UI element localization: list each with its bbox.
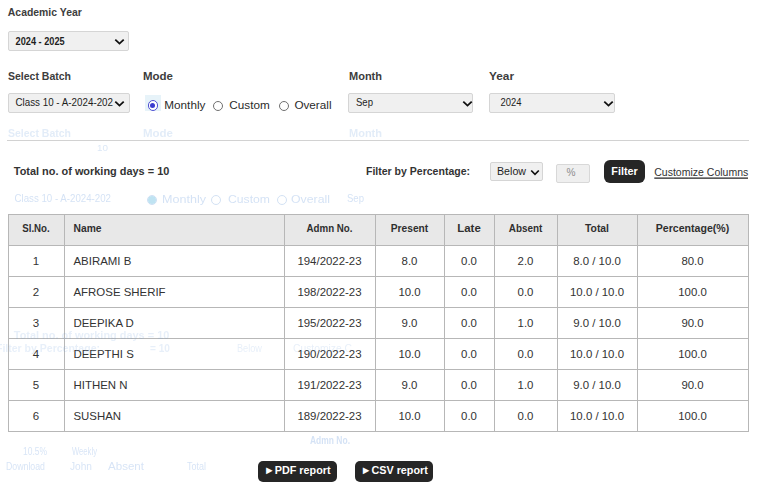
svg-text:Month: Month	[349, 69, 382, 82]
svg-text:Admn No.: Admn No.	[307, 222, 353, 234]
svg-text:Total no. of working days = 10: Total no. of working days = 10	[14, 329, 170, 341]
svg-text:Name: Name	[74, 222, 102, 234]
svg-text:Year: Year	[489, 69, 514, 82]
svg-text:Select Batch: Select Batch	[8, 69, 71, 82]
svg-text:0.0: 0.0	[518, 410, 534, 422]
svg-text:1: 1	[33, 255, 39, 267]
svg-text:Mode: Mode	[143, 69, 173, 82]
svg-text:0.0: 0.0	[461, 379, 477, 391]
svg-text:ABIRAMI B: ABIRAMI B	[74, 255, 132, 267]
svg-text:189/2022-23: 189/2022-23	[297, 410, 361, 422]
svg-text:►CSV report: ►CSV report	[361, 464, 428, 476]
svg-text:Download: Download	[6, 460, 45, 472]
svg-text:10.0: 10.0	[398, 286, 420, 298]
svg-text:90.0: 90.0	[681, 317, 703, 329]
svg-text:100.0: 100.0	[678, 348, 707, 360]
svg-text:3: 3	[33, 317, 39, 329]
svg-text:= 10: = 10	[150, 342, 170, 354]
svg-text:Admn No.: Admn No.	[310, 434, 350, 446]
svg-text:9.0: 9.0	[402, 379, 418, 391]
svg-text:DEEPIKA D: DEEPIKA D	[74, 317, 134, 329]
svg-text:►PDF report: ►PDF report	[264, 464, 331, 476]
svg-text:100.0: 100.0	[678, 286, 707, 298]
svg-text:6: 6	[33, 410, 39, 422]
svg-text:1.0: 1.0	[518, 379, 534, 391]
svg-text:Customize C: Customize C	[293, 341, 352, 354]
svg-text:8.0: 8.0	[402, 255, 418, 267]
svg-text:Overall: Overall	[294, 98, 331, 111]
svg-text:Mode: Mode	[143, 126, 173, 139]
svg-text:90.0: 90.0	[681, 379, 703, 391]
svg-text:0.0: 0.0	[461, 255, 477, 267]
svg-text:Customize Columns: Customize Columns	[654, 165, 748, 178]
svg-text:194/2022-23: 194/2022-23	[297, 255, 361, 267]
svg-text:Percentage(%): Percentage(%)	[656, 222, 730, 234]
svg-text:Below: Below	[497, 165, 526, 177]
svg-text:Select Batch: Select Batch	[8, 126, 71, 139]
svg-text:0.0: 0.0	[518, 286, 534, 298]
svg-text:Filter by Percentage:: Filter by Percentage:	[366, 165, 470, 177]
svg-text:Weekly: Weekly	[72, 445, 97, 457]
svg-text:Monthly: Monthly	[162, 192, 206, 205]
svg-text:100.0: 100.0	[678, 410, 707, 422]
svg-text:Class 10 - A-2024-202: Class 10 - A-2024-202	[15, 193, 112, 204]
svg-text:2: 2	[33, 286, 39, 298]
svg-text:Sep: Sep	[347, 193, 364, 204]
svg-text:Custom: Custom	[229, 98, 269, 111]
svg-text:0.0: 0.0	[461, 410, 477, 422]
svg-text:198/2022-23: 198/2022-23	[297, 286, 361, 298]
svg-text:Filter: Filter	[611, 165, 638, 177]
svg-text:10: 10	[97, 142, 109, 153]
svg-text:Monthly: Monthly	[164, 98, 205, 111]
svg-text:2024 - 2025: 2024 - 2025	[16, 35, 65, 47]
svg-text:HITHEN N: HITHEN N	[74, 379, 128, 391]
svg-text:191/2022-23: 191/2022-23	[297, 379, 361, 391]
svg-text:Overall: Overall	[291, 192, 330, 205]
svg-text:0.0: 0.0	[461, 317, 477, 329]
svg-text:195/2022-23: 195/2022-23	[297, 317, 361, 329]
svg-text:5: 5	[33, 379, 39, 391]
svg-text:1.0: 1.0	[518, 317, 534, 329]
svg-text:Filter by Percentage:: Filter by Percentage:	[0, 342, 100, 354]
svg-text:SUSHAN: SUSHAN	[74, 410, 122, 422]
svg-text:Total: Total	[585, 222, 609, 234]
svg-text:10.5%: 10.5%	[23, 445, 47, 457]
svg-text:Sep: Sep	[356, 97, 373, 108]
svg-text:John: John	[70, 460, 92, 472]
svg-text:10.0: 10.0	[398, 410, 420, 422]
svg-text:Present: Present	[391, 222, 429, 234]
svg-text:Month: Month	[349, 126, 382, 139]
svg-text:80.0: 80.0	[681, 255, 703, 267]
svg-text:0.0: 0.0	[518, 348, 534, 360]
svg-text:10.0 / 10.0: 10.0 / 10.0	[570, 348, 624, 360]
svg-text:Absent: Absent	[509, 222, 543, 234]
svg-text:8.0 / 10.0: 8.0 / 10.0	[573, 255, 621, 267]
svg-text:2.0: 2.0	[518, 255, 534, 267]
svg-text:9.0 / 10.0: 9.0 / 10.0	[573, 317, 621, 329]
svg-text:Class 10 - A-2024-202: Class 10 - A-2024-202	[16, 97, 114, 108]
svg-text:%: %	[567, 167, 576, 178]
svg-text:9.0 / 10.0: 9.0 / 10.0	[573, 379, 621, 391]
svg-text:AFROSE SHERIF: AFROSE SHERIF	[74, 286, 166, 298]
svg-text:Below: Below	[237, 342, 262, 354]
svg-text:Absent: Absent	[108, 460, 144, 472]
svg-text:Sl.No.: Sl.No.	[22, 222, 50, 234]
svg-text:0.0: 0.0	[461, 286, 477, 298]
svg-text:Late: Late	[457, 222, 481, 234]
svg-text:10.0 / 10.0: 10.0 / 10.0	[570, 410, 624, 422]
svg-text:Custom: Custom	[228, 192, 270, 205]
svg-text:Total no. of working days = 10: Total no. of working days = 10	[14, 165, 170, 177]
svg-text:Academic Year: Academic Year	[8, 5, 82, 18]
svg-text:0.0: 0.0	[461, 348, 477, 360]
svg-text:9.0: 9.0	[402, 317, 418, 329]
svg-text:10.0: 10.0	[398, 348, 420, 360]
svg-text:10.0 / 10.0: 10.0 / 10.0	[570, 286, 624, 298]
svg-text:Total: Total	[187, 460, 206, 472]
svg-text:2024: 2024	[501, 97, 522, 108]
